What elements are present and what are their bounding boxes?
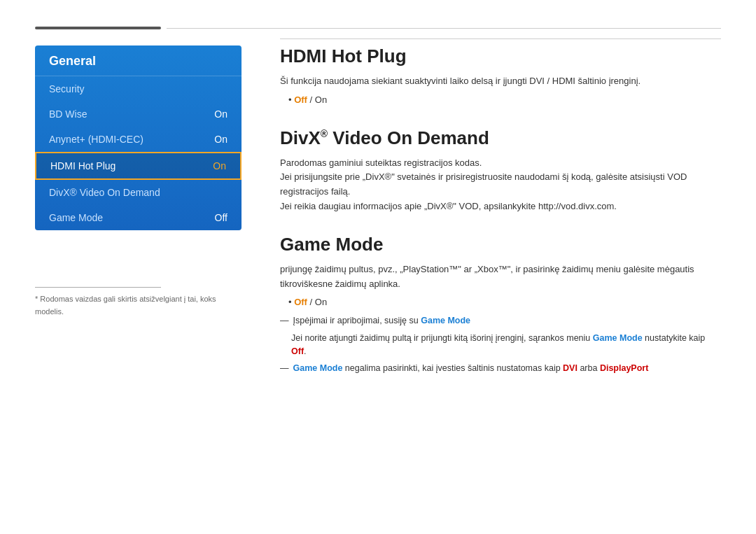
hdmi-off-label: Off — [294, 94, 307, 105]
note-dash3: — — [280, 362, 289, 375]
section-hdmi-hot-plug: HDMI Hot Plug Ši funkcija naudojama siek… — [280, 45, 721, 108]
note-text3: Game Mode negalima pasirinkti, kai įvest… — [293, 362, 649, 375]
footnote-divider — [35, 287, 161, 288]
main-content: HDMI Hot Plug Ši funkcija naudojama siek… — [280, 45, 721, 499]
sidebar-item-value: On — [213, 160, 226, 171]
progress-bar-empty — [167, 28, 721, 29]
section-title-hdmi: HDMI Hot Plug — [280, 45, 721, 67]
displayport-text: DisplayPort — [600, 363, 648, 373]
sidebar-item-label: Game Mode — [49, 212, 103, 223]
progress-bar-filled — [35, 27, 161, 29]
game-mode-link2: Game Mode — [593, 333, 643, 343]
dvi-text: DVI — [563, 363, 578, 373]
game-mode-link3: Game Mode — [293, 363, 343, 373]
footnote: * Rodomas vaizdas gali skirtis atsižvelg… — [35, 287, 241, 317]
sidebar: General Security BD Wise On Anynet+ (HDM… — [35, 45, 241, 230]
game-mode-desc: prijungę žaidimų pultus, pvz., „PlayStat… — [280, 262, 721, 292]
sidebar-item-hdmi-hot-plug[interactable]: HDMI Hot Plug On — [35, 152, 241, 180]
sidebar-item-divx[interactable]: DivX® Video On Demand — [35, 180, 241, 205]
hdmi-separator: / — [310, 94, 315, 105]
note-text2: Jei norite atjungti žaidimų pultą ir pri… — [291, 332, 721, 358]
sidebar-item-value: On — [214, 108, 227, 120]
section-title-divx: DivX® Video On Demand — [280, 127, 721, 149]
sidebar-item-value: Off — [215, 212, 227, 223]
game-mode-note3: — Game Mode negalima pasirinkti, kai įve… — [280, 362, 721, 375]
section-body-hdmi: Ši funkcija naudojama siekiant suaktyvin… — [280, 74, 721, 108]
divx-desc3: Jei reikia daugiau informacijos apie „Di… — [280, 199, 721, 214]
game-mode-off-label: Off — [294, 297, 307, 307]
top-progress-bars — [35, 27, 721, 29]
sidebar-item-label: Security — [49, 83, 85, 94]
sidebar-item-label: Anynet+ (HDMI-CEC) — [49, 134, 144, 145]
section-title-game-mode: Game Mode — [280, 234, 721, 255]
hdmi-on-label: On — [315, 94, 327, 105]
sidebar-item-anynet[interactable]: Anynet+ (HDMI-CEC) On — [35, 127, 241, 152]
sidebar-item-label: DivX® Video On Demand — [49, 187, 160, 198]
note-dash1: — — [280, 314, 289, 328]
hdmi-bullet-item: Off / On — [288, 93, 721, 108]
footnote-text: * Rodomas vaizdas gali skirtis atsižvelg… — [35, 295, 216, 316]
game-mode-link1: Game Mode — [421, 316, 470, 325]
game-mode-note1: — Įspėjimai ir apribojimai, susiję su Ga… — [280, 314, 721, 328]
sidebar-item-bdwise[interactable]: BD Wise On — [35, 101, 241, 127]
game-mode-separator: / — [310, 297, 315, 307]
note-text1: Įspėjimai ir apribojimai, susiję su Game… — [293, 314, 471, 328]
divx-desc1: Parodomas gaminiui suteiktas registracij… — [280, 156, 721, 171]
sidebar-header: General — [35, 45, 241, 76]
section-body-game-mode: prijungę žaidimų pultus, pvz., „PlayStat… — [280, 262, 721, 375]
sidebar-item-game-mode[interactable]: Game Mode Off — [35, 205, 241, 230]
off-red: Off — [291, 346, 304, 356]
divx-desc2: Jei prisijungsite prie „DivX®" svetainės… — [280, 170, 721, 199]
sidebar-item-value: On — [214, 134, 227, 145]
hdmi-description: Ši funkcija naudojama siekiant suaktyvin… — [280, 74, 721, 89]
top-divider — [280, 38, 721, 39]
sidebar-item-label: HDMI Hot Plug — [50, 160, 115, 171]
section-divx: DivX® Video On Demand Parodomas gaminiui… — [280, 127, 721, 214]
game-mode-bullet-list: Off / On — [280, 295, 721, 310]
section-game-mode: Game Mode prijungę žaidimų pultus, pvz.,… — [280, 234, 721, 375]
game-mode-bullet-item: Off / On — [288, 295, 721, 310]
game-mode-on-label: On — [315, 297, 327, 307]
section-body-divx: Parodomas gaminiui suteiktas registracij… — [280, 156, 721, 214]
hdmi-bullet-list: Off / On — [280, 93, 721, 108]
sidebar-item-security[interactable]: Security — [35, 76, 241, 101]
game-mode-note2: Jei norite atjungti žaidimų pultą ir pri… — [280, 332, 721, 358]
sidebar-item-label: BD Wise — [49, 108, 87, 120]
